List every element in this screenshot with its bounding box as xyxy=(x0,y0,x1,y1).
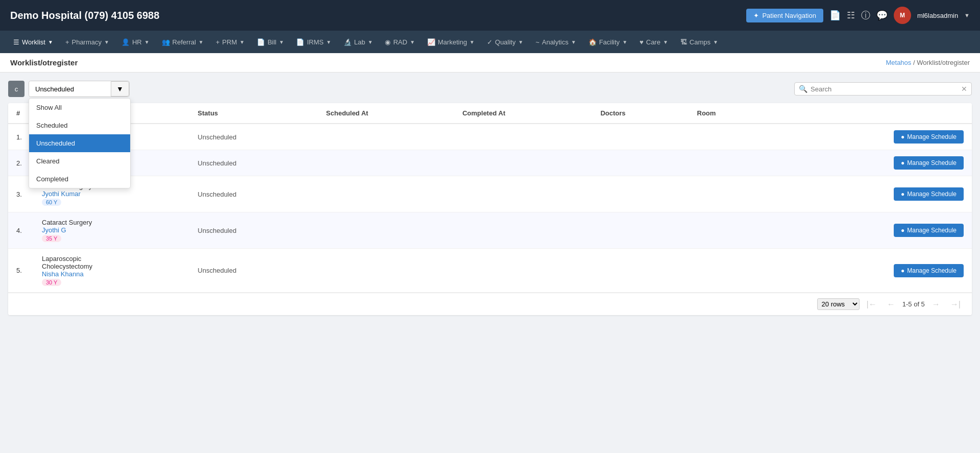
care-chevron: ▼ xyxy=(663,39,668,45)
col-actions xyxy=(771,103,972,124)
row-room xyxy=(689,124,771,150)
page-info: 1-5 of 5 xyxy=(902,300,925,308)
filter-dropdown-arrow[interactable]: ▼ xyxy=(111,81,129,97)
age-badge: 35 Y xyxy=(42,235,61,242)
clear-icon[interactable]: ✕ xyxy=(961,85,967,93)
row-status: Unscheduled xyxy=(189,124,318,150)
first-page-button[interactable]: |← xyxy=(864,299,880,310)
filter-option-show-all[interactable]: Show All xyxy=(29,99,130,116)
lab-icon: 🔬 xyxy=(344,38,352,46)
table-row: 5. LaparoscopicCholecystectomy Nisha Kha… xyxy=(8,249,972,293)
row-completed-at xyxy=(454,249,592,293)
manage-schedule-button[interactable]: ● Manage Schedule xyxy=(894,156,964,170)
patient-nav-button[interactable]: ✦ Patient Navigation xyxy=(746,9,823,22)
manage-schedule-button[interactable]: ● Manage Schedule xyxy=(894,130,964,144)
subnav-item-prm[interactable]: + PRM ▼ xyxy=(211,34,250,50)
user-dropdown-arrow[interactable]: ▼ xyxy=(964,12,970,18)
subnav-item-bill[interactable]: 📄 Bill ▼ xyxy=(252,34,289,50)
subnav-item-analytics[interactable]: ~ Analytics ▼ xyxy=(530,34,581,50)
col-scheduled-at: Scheduled At xyxy=(318,103,454,124)
worklist-chevron: ▼ xyxy=(48,39,53,45)
last-page-button[interactable]: →| xyxy=(947,299,964,310)
search-input[interactable] xyxy=(811,85,961,93)
row-room xyxy=(689,176,771,212)
age-badge: 60 Y xyxy=(42,199,61,206)
subnav-item-camps[interactable]: 🏗 Camps ▼ xyxy=(675,34,723,50)
referral-icon: 👥 xyxy=(162,38,170,46)
bill-chevron: ▼ xyxy=(279,39,284,45)
care-icon: ♥ xyxy=(640,38,644,46)
row-doctors xyxy=(592,124,689,150)
row-doctors xyxy=(592,150,689,176)
main-content: c Unscheduled ▼ Show All Scheduled Unsch… xyxy=(0,73,980,450)
row-num: 5. xyxy=(8,249,34,293)
help-icon[interactable]: ⓘ xyxy=(861,9,870,21)
search-box: 🔍 ✕ xyxy=(794,82,972,96)
row-num: 4. xyxy=(8,212,34,249)
row-status: Unscheduled xyxy=(189,212,318,249)
col-doctors: Doctors xyxy=(592,103,689,124)
filter-select-display[interactable]: Unscheduled xyxy=(29,81,111,97)
manage-schedule-button[interactable]: ● Manage Schedule xyxy=(894,224,964,237)
row-doctors xyxy=(592,212,689,249)
table-row: 4. Cataract Surgery Jyothi G 35 Y Unsche… xyxy=(8,212,972,249)
row-room xyxy=(689,212,771,249)
table-body: 1. ...ava Unscheduled ● Manage Schedule xyxy=(8,124,972,293)
rad-chevron: ▼ xyxy=(410,39,415,45)
marketing-chevron: ▼ xyxy=(470,39,475,45)
manage-circle-icon: ● xyxy=(901,267,904,274)
row-action: ● Manage Schedule xyxy=(771,124,972,150)
col-status: Status xyxy=(189,103,318,124)
manage-schedule-button[interactable]: ● Manage Schedule xyxy=(894,187,964,201)
patient-nav-label: Patient Navigation xyxy=(762,12,816,19)
age-badge: 30 Y xyxy=(42,279,61,286)
table-row: 3. Cataract Surgery Jyothi Kumar 60 Y Un… xyxy=(8,176,972,212)
chat-icon[interactable]: 💬 xyxy=(876,10,888,21)
app-title: Demo Hospital (079) 4105 6988 xyxy=(10,10,159,21)
patient-name: Jyothi Kumar xyxy=(42,190,181,198)
filter-option-completed[interactable]: Completed xyxy=(29,170,130,188)
pharmacy-chevron: ▼ xyxy=(104,39,109,45)
subnav-item-lab[interactable]: 🔬 Lab ▼ xyxy=(338,34,378,50)
c-button[interactable]: c xyxy=(8,81,24,97)
row-action: ● Manage Schedule xyxy=(771,249,972,293)
subnav-item-irms[interactable]: 📄 IRMS ▼ xyxy=(291,34,336,50)
filter-option-cleared[interactable]: Cleared xyxy=(29,152,130,170)
filter-option-unscheduled[interactable]: Unscheduled xyxy=(29,134,130,152)
username: ml6labsadmin xyxy=(917,12,958,19)
subnav-item-quality[interactable]: ✓ Quality ▼ xyxy=(482,34,528,50)
subnav-item-referral[interactable]: 👥 Referral ▼ xyxy=(157,34,209,50)
row-doctors xyxy=(592,249,689,293)
row-scheduled-at xyxy=(318,150,454,176)
toolbar: c Unscheduled ▼ Show All Scheduled Unsch… xyxy=(8,81,972,97)
document-icon[interactable]: 📄 xyxy=(829,10,841,21)
subnav-item-marketing[interactable]: 📈 Marketing ▼ xyxy=(422,34,480,50)
manage-circle-icon: ● xyxy=(901,190,904,198)
list-icon: ☰ xyxy=(13,38,19,46)
table-header: # Status Scheduled At Completed At Docto… xyxy=(8,103,972,124)
subnav-item-care[interactable]: ♥ Care ▼ xyxy=(634,34,673,50)
subnav-item-pharmacy[interactable]: + Pharmacy ▼ xyxy=(60,34,114,50)
navbar: Demo Hospital (079) 4105 6988 ✦ Patient … xyxy=(0,0,980,31)
subnav-item-facility[interactable]: 🏠 Facility ▼ xyxy=(583,34,632,50)
quality-chevron: ▼ xyxy=(518,39,523,45)
toolbar-left: c Unscheduled ▼ Show All Scheduled Unsch… xyxy=(8,81,130,97)
next-page-button[interactable]: → xyxy=(929,299,943,310)
col-completed-at: Completed At xyxy=(454,103,592,124)
breadcrumb-home-link[interactable]: Metahos xyxy=(886,59,911,66)
hr-chevron: ▼ xyxy=(144,39,150,45)
rows-select-input[interactable]: 10 rows 20 rows 50 rows 100 rows xyxy=(817,298,860,310)
table-container: # Status Scheduled At Completed At Docto… xyxy=(8,103,972,315)
analytics-chevron: ▼ xyxy=(571,39,576,45)
row-doctors xyxy=(592,176,689,212)
prev-page-button[interactable]: ← xyxy=(884,299,898,310)
subnav-item-hr[interactable]: 👤 HR ▼ xyxy=(116,34,155,50)
filter-option-scheduled[interactable]: Scheduled xyxy=(29,116,130,134)
layout-icon[interactable]: ☷ xyxy=(847,10,855,21)
row-details: Cataract Surgery Jyothi G 35 Y xyxy=(34,212,189,249)
subnav-item-worklist[interactable]: ☰ Worklist ▼ xyxy=(8,34,58,50)
row-scheduled-at xyxy=(318,124,454,150)
filter-select-wrapper: Unscheduled ▼ Show All Scheduled Unsched… xyxy=(29,81,130,97)
subnav-item-rad[interactable]: ◉ RAD ▼ xyxy=(380,34,420,50)
manage-schedule-button[interactable]: ● Manage Schedule xyxy=(894,264,964,277)
